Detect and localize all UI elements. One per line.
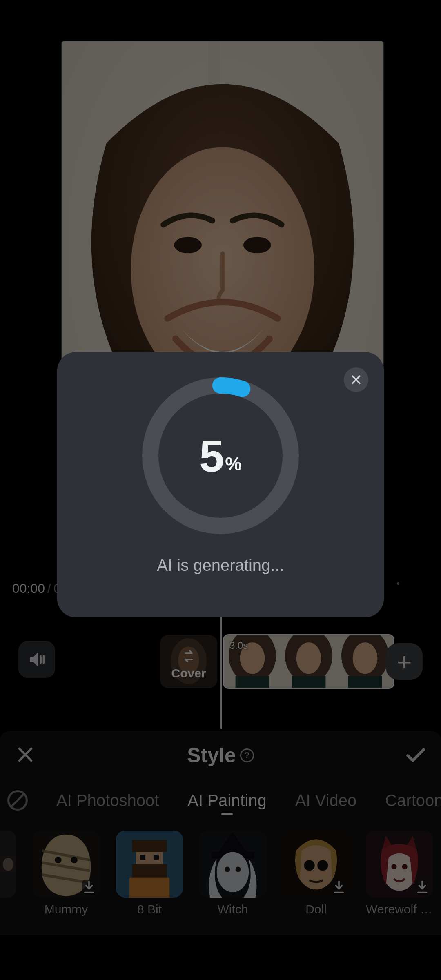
progress-value: 5 xyxy=(199,430,224,482)
progress-status-text: AI is generating... xyxy=(157,556,284,575)
close-icon xyxy=(350,374,362,386)
progress-ring: 5 % xyxy=(139,374,302,537)
progress-unit: % xyxy=(225,453,242,475)
progress-modal: 5 % AI is generating... xyxy=(57,352,384,617)
modal-close-button[interactable] xyxy=(344,368,368,392)
